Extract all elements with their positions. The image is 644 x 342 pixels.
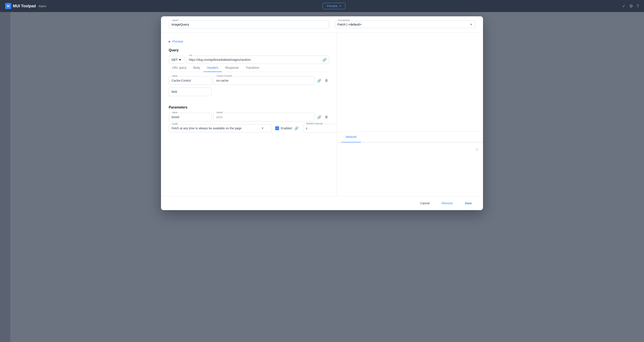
remove-button[interactable]: Remove [437, 200, 457, 207]
modal-footer: Cancel Remove Save [161, 196, 483, 210]
mode-label: mode [171, 122, 179, 125]
query-section: Query GET ▼ url 🔗 [169, 48, 329, 99]
tab-body[interactable]: Body [190, 64, 204, 72]
connection-arrow-icon: ▼ [470, 23, 472, 26]
refetch-interval-field: Refetch interval [303, 124, 337, 133]
param-value-text: breed [172, 115, 179, 119]
enabled-checkbox[interactable]: ✓ [275, 126, 279, 130]
topbar-center: Preview ↗ [46, 3, 622, 9]
topbar-actions: ✓ ⚙ ? [622, 4, 639, 9]
refetch-interval-label: Refetch interval [305, 122, 323, 125]
header-cache-control-field: Cache-Control no-cache [214, 76, 314, 85]
param-value-field: value breed [169, 113, 212, 121]
brand-logo: M MUI Toolpad Alpha [5, 3, 46, 9]
preview-toggle-label: Preview [172, 40, 183, 43]
header-delete-button[interactable]: 🗑 [324, 78, 329, 83]
name-label: name* [171, 19, 180, 22]
param-delete-button[interactable]: 🗑 [324, 114, 329, 120]
name-field-wrapper: name* [169, 21, 329, 28]
modal-body: ▶ Preview Query GET ▼ url [161, 33, 483, 196]
url-link-icon[interactable]: 🔗 [322, 58, 327, 62]
param-row-1: value breed breed akita 🔗 🗑 [169, 113, 329, 121]
cache-control-label: Cache-Control [216, 75, 233, 77]
right-top-content [337, 33, 483, 132]
cancel-button[interactable]: Cancel [416, 200, 434, 207]
header-value-label: value [171, 75, 178, 77]
connection-label: Connection [337, 19, 351, 22]
header-field-empty[interactable]: field [169, 87, 212, 96]
left-panel: ▶ Preview Query GET ▼ url [161, 33, 337, 196]
header-value-field: value Cache-Control [169, 76, 212, 85]
preview-toggle[interactable]: ▶ Preview [169, 40, 329, 43]
network-tabs: Network [337, 132, 483, 142]
settings-icon[interactable]: ⚙ [629, 4, 633, 9]
tab-transform[interactable]: Transform [242, 64, 262, 72]
name-input[interactable] [172, 23, 326, 26]
url-label: url [188, 54, 193, 57]
mode-dropdown-icon: ▼ [261, 127, 264, 130]
check-icon[interactable]: ✓ [622, 4, 626, 9]
enabled-row: ✓ Enabled 🔗 [275, 125, 300, 131]
query-modal: name* Connection Fetch | <default> ▼ ▶ [161, 16, 483, 210]
help-icon[interactable]: ? [636, 4, 639, 9]
method-dropdown-icon: ▼ [178, 58, 182, 62]
right-panel: Network ⊘ [337, 33, 483, 196]
right-bottom-content: Network ⊘ [337, 132, 483, 196]
topbar: M MUI Toolpad Alpha Preview ↗ ✓ ⚙ ? [0, 0, 644, 12]
parameters-section: Parameters value breed breed akita 🔗 🗑 [169, 106, 329, 133]
external-link-icon: ↗ [339, 4, 341, 8]
logo-icon: M [5, 3, 11, 9]
param-value-label: value [171, 111, 178, 114]
enabled-label: Enabled [281, 127, 292, 130]
save-button[interactable]: Save [460, 200, 476, 207]
url-field-wrapper: url 🔗 [186, 56, 329, 64]
mode-value: Fetch at any time to always be available… [172, 127, 242, 130]
modal-header-row: name* Connection Fetch | <default> ▼ [161, 16, 483, 33]
http-method-label: GET [172, 58, 178, 62]
connection-section: Connection Fetch | <default> ▼ [329, 21, 475, 28]
tab-response[interactable]: Response [222, 64, 242, 72]
mode-select-wrapper[interactable]: mode Fetch at any time to always be avai… [169, 124, 272, 132]
http-method-button[interactable]: GET ▼ [169, 56, 184, 64]
header-field-text: field [172, 90, 177, 94]
tab-url-query[interactable]: URL query [169, 64, 190, 72]
preview-button[interactable]: Preview ↗ [323, 3, 346, 9]
url-row: GET ▼ url 🔗 [169, 56, 329, 64]
query-section-title: Query [169, 48, 329, 52]
header-row-1: value Cache-Control Cache-Control no-cac… [169, 76, 329, 85]
preview-arrow-icon: ▶ [169, 40, 171, 43]
header-row-2: field [169, 87, 329, 96]
mode-row: mode Fetch at any time to always be avai… [169, 124, 329, 133]
connection-value: Fetch | <default> [338, 23, 362, 26]
parameters-title: Parameters [169, 106, 329, 109]
network-tab-label: Network [346, 135, 356, 139]
header-value-text: Cache-Control [172, 79, 191, 82]
cache-control-value: no-cache [216, 79, 228, 82]
connection-select-wrapper[interactable]: Connection Fetch | <default> ▼ [335, 21, 475, 28]
param-breed-field: breed akita [214, 113, 314, 121]
network-content: ⊘ [337, 142, 483, 196]
url-input[interactable] [189, 58, 321, 62]
brand-name: MUI Toolpad [13, 4, 36, 8]
enabled-link-button[interactable]: 🔗 [294, 125, 300, 131]
query-tabs: URL query Body Headers Response Transfor… [169, 64, 329, 72]
preview-button-label: Preview [327, 4, 338, 8]
param-breed-label: breed [216, 111, 224, 114]
refetch-interval-input[interactable] [306, 127, 337, 130]
name-section: name* [169, 21, 329, 28]
tab-network[interactable]: Network [341, 132, 361, 142]
modal-overlay: name* Connection Fetch | <default> ▼ ▶ [0, 12, 644, 342]
header-link-button[interactable]: 🔗 [316, 78, 322, 84]
version-badge: Alpha [38, 5, 46, 8]
tab-headers[interactable]: Headers [204, 64, 222, 72]
param-breed-placeholder: akita [216, 115, 222, 119]
disable-icon: ⊘ [475, 147, 479, 152]
param-link-button[interactable]: 🔗 [316, 114, 322, 120]
headers-content: value Cache-Control Cache-Control no-cac… [169, 76, 329, 96]
